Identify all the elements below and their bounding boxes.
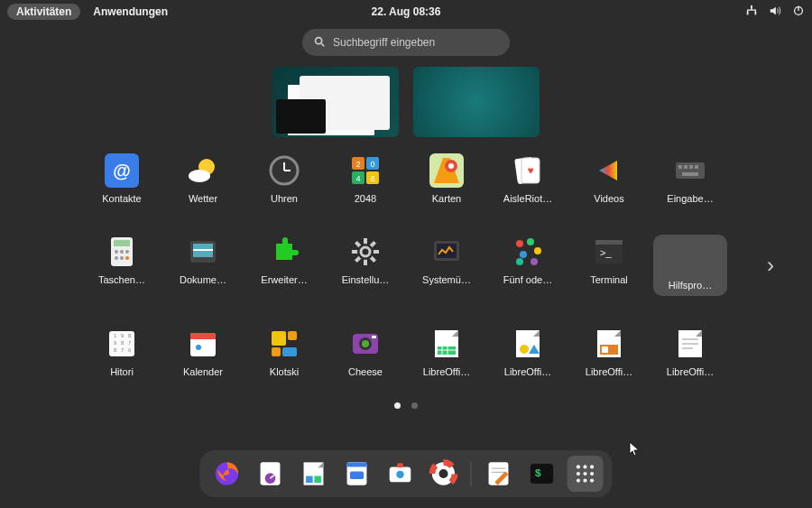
dock-libreoffice[interactable]: [296, 456, 332, 492]
svg-rect-82: [288, 331, 297, 340]
svg-point-114: [396, 471, 403, 478]
maps-icon: [429, 153, 464, 188]
app-label: AisleRiot…: [503, 193, 552, 204]
power-icon[interactable]: [792, 5, 805, 20]
app-label: Videos: [594, 193, 623, 204]
app-label: Erweiter…: [261, 274, 307, 285]
app-calendar[interactable]: Kalender: [166, 327, 240, 377]
svg-point-63: [516, 258, 523, 265]
app-lo-draw[interactable]: LibreOffi…: [491, 327, 565, 377]
app-scanner[interactable]: Dokume…: [166, 235, 240, 296]
cheese-icon: [348, 327, 383, 361]
svg-point-38: [125, 250, 129, 254]
app-settings[interactable]: Einstellu…: [328, 235, 402, 296]
app-label: LibreOffi…: [423, 366, 470, 377]
app-lo-calc[interactable]: LibreOffi…: [410, 327, 484, 377]
app-lo-writer[interactable]: LibreOffi…: [653, 327, 727, 377]
svg-rect-28: [676, 162, 705, 179]
page-dot-2[interactable]: [411, 402, 418, 409]
app-dots[interactable]: Fünf ode…: [491, 235, 565, 296]
svg-rect-111: [350, 471, 364, 478]
app-calculator[interactable]: Taschen…: [85, 235, 159, 296]
monitor-icon: [429, 235, 464, 269]
app-extensions[interactable]: Erweiter…: [247, 235, 321, 296]
svg-rect-84: [282, 347, 297, 356]
svg-rect-30: [684, 165, 687, 169]
svg-point-95: [520, 345, 529, 354]
svg-rect-108: [314, 476, 321, 484]
app-2048[interactable]: 20482048: [328, 153, 402, 204]
svg-text:>_: >_: [600, 247, 612, 258]
app-label: LibreOffi…: [667, 366, 714, 377]
hitori-icon: 198987876: [105, 327, 139, 361]
workspace-switcher: [0, 67, 812, 137]
svg-text:@: @: [113, 161, 131, 180]
app-label: Systemü…: [422, 274, 471, 285]
svg-point-10: [189, 170, 210, 182]
network-icon[interactable]: [745, 5, 758, 20]
app-videos[interactable]: Videos: [572, 153, 646, 204]
app-monitor[interactable]: Systemü…: [410, 235, 484, 296]
lo-calc-icon: [429, 327, 464, 361]
app-klotski[interactable]: Klotski: [247, 327, 321, 377]
app-label: Kontakte: [102, 193, 141, 204]
dock-show-apps[interactable]: [567, 456, 604, 492]
app-label: 2048: [355, 193, 376, 204]
app-lo-impress[interactable]: LibreOffi…: [572, 327, 646, 377]
dock-terminal-green[interactable]: $: [524, 456, 560, 492]
clocks-icon: [267, 153, 301, 188]
app-weather[interactable]: Wetter: [166, 153, 240, 204]
dock-system-monitor[interactable]: [253, 456, 289, 492]
dock-files[interactable]: [339, 456, 375, 492]
app-label: Wetter: [189, 193, 217, 204]
page-dot-1[interactable]: [394, 402, 401, 409]
svg-point-58: [516, 240, 523, 247]
applications-button[interactable]: Anwendungen: [93, 5, 168, 18]
svg-text:$: $: [535, 466, 541, 478]
folder-icon: [673, 240, 707, 274]
app-folder[interactable]: Hilfspro…: [653, 235, 727, 296]
app-label: Cheese: [348, 366, 383, 377]
svg-point-24: [448, 163, 454, 169]
app-hitori[interactable]: 198987876Hitori: [85, 327, 159, 377]
activities-button[interactable]: Aktivitäten: [7, 4, 80, 20]
app-grid: @KontakteWetterUhren20482048Karten♥Aisle…: [81, 153, 731, 377]
svg-point-124: [590, 465, 594, 468]
svg-point-36: [115, 250, 118, 254]
app-terminal[interactable]: >_Terminal: [572, 235, 646, 296]
svg-point-80: [196, 345, 201, 350]
dock-text-editor[interactable]: [481, 456, 517, 492]
svg-point-128: [577, 478, 580, 482]
app-cheese[interactable]: Cheese: [328, 327, 402, 377]
app-label: LibreOffi…: [504, 366, 551, 377]
workspace-1[interactable]: [272, 67, 399, 137]
svg-rect-88: [372, 336, 376, 338]
svg-text:4: 4: [355, 174, 360, 183]
search-placeholder: Suchbegriff eingeben: [333, 36, 435, 49]
next-page-button[interactable]: ›: [767, 253, 774, 278]
dots-icon: [511, 235, 545, 269]
volume-icon[interactable]: [769, 5, 781, 20]
app-clocks[interactable]: Uhren: [247, 153, 321, 204]
search-input[interactable]: Suchbegriff eingeben: [302, 29, 510, 56]
svg-point-5: [316, 37, 322, 43]
top-bar: Aktivitäten Anwendungen 22. Aug 08:36: [0, 0, 812, 23]
app-keyboard[interactable]: Eingabe…: [653, 153, 727, 204]
svg-point-39: [115, 256, 118, 260]
dock-help[interactable]: [426, 456, 462, 492]
svg-point-126: [583, 472, 586, 476]
app-maps[interactable]: Karten: [410, 153, 484, 204]
svg-point-41: [125, 256, 129, 260]
svg-text:0: 0: [370, 160, 374, 169]
dock-firefox[interactable]: [209, 456, 245, 492]
app-cards[interactable]: ♥AisleRiot…: [491, 153, 565, 204]
svg-text:♥: ♥: [527, 164, 533, 177]
svg-point-116: [438, 469, 448, 478]
svg-point-125: [577, 472, 580, 476]
workspace-2[interactable]: [413, 67, 540, 137]
lo-draw-icon: [511, 327, 545, 361]
dock-software[interactable]: [383, 456, 419, 492]
svg-rect-35: [114, 240, 130, 246]
app-contacts[interactable]: @Kontakte: [85, 153, 159, 204]
clock[interactable]: 22. Aug 08:36: [372, 5, 441, 18]
